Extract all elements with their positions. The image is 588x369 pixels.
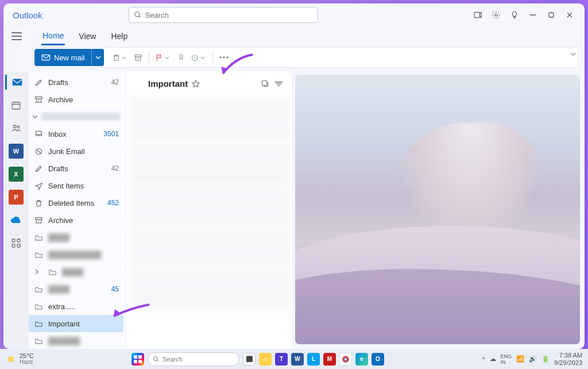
folder-custom-5[interactable]: ██████ (29, 332, 123, 349)
tips-button[interactable] (505, 7, 524, 23)
favorite-star-icon[interactable] (191, 79, 200, 89)
folder-junk[interactable]: Junk Email (29, 143, 123, 160)
ribbon-expand[interactable] (570, 52, 576, 56)
fav-archive[interactable]: Archive (29, 91, 123, 108)
archive-icon (34, 95, 44, 104)
gear-icon (492, 10, 501, 20)
folder-icon (34, 234, 44, 241)
account-toggle[interactable] (29, 108, 123, 125)
folder-custom-4[interactable]: ████45 (29, 280, 123, 298)
cloud-icon[interactable]: ☁ (490, 355, 496, 363)
folder-drafts[interactable]: Drafts42 (29, 160, 123, 177)
explorer[interactable]: 📁 (259, 353, 272, 366)
settings-button[interactable] (487, 7, 505, 23)
folder-deleted[interactable]: Deleted Items452 (29, 194, 123, 212)
svg-rect-24 (12, 239, 15, 242)
outlook-task[interactable]: O (372, 353, 384, 366)
flag-icon (155, 53, 164, 62)
clock-icon (191, 53, 199, 62)
app-title: Outlook (13, 10, 42, 20)
pin-button[interactable] (173, 50, 188, 65)
new-mail-dropdown[interactable] (91, 49, 104, 66)
message-item[interactable] (129, 226, 290, 268)
svg-point-3 (495, 14, 497, 16)
filter-button[interactable] (272, 77, 285, 91)
edge[interactable]: e (355, 353, 368, 366)
mcafee[interactable]: M (323, 353, 336, 366)
folder-icon (34, 337, 44, 345)
menu-help[interactable]: Help (110, 28, 129, 44)
folder-inbox[interactable]: Inbox3501 (29, 125, 123, 143)
rail-powerpoint[interactable]: P (9, 190, 24, 205)
folder-important[interactable]: Important (29, 315, 123, 332)
svg-rect-2 (474, 12, 479, 17)
archive-button[interactable] (130, 50, 145, 65)
message-item[interactable] (129, 99, 290, 140)
svg-rect-25 (17, 239, 20, 242)
teams[interactable]: T (275, 353, 288, 366)
delete-button[interactable] (110, 50, 130, 65)
folder-archive[interactable]: Archive (29, 212, 123, 229)
rail-more-apps[interactable] (9, 236, 24, 251)
svg-rect-11 (42, 55, 49, 60)
rail-mail[interactable] (5, 75, 27, 90)
menu-home[interactable]: Home (41, 28, 65, 45)
wifi-icon[interactable]: 📶 (516, 355, 524, 363)
svg-rect-28 (36, 97, 42, 98)
system-tray[interactable]: ^ ☁ ENGIN 📶 🔊 🔋 7:38 AM 9/29/2023 (482, 352, 582, 366)
folder-sent[interactable]: Sent Items (29, 177, 123, 194)
menu-view[interactable]: View (78, 28, 97, 44)
ellipsis-icon (219, 56, 229, 59)
svg-rect-36 (134, 355, 137, 359)
new-mail-button[interactable]: New mail (34, 49, 91, 66)
app-l[interactable]: L (307, 353, 320, 366)
folder-custom-3[interactable]: ████ (29, 263, 123, 280)
start-button[interactable] (131, 353, 144, 366)
svg-rect-17 (12, 79, 22, 86)
message-item[interactable] (129, 141, 290, 183)
search-input[interactable]: Search (129, 7, 318, 23)
svg-point-22 (14, 125, 17, 128)
message-list: Important (126, 71, 293, 349)
close-button[interactable] (560, 7, 579, 23)
language-indicator[interactable]: ENGIN (501, 353, 512, 365)
folder-custom-2[interactable]: ██████████ (29, 246, 123, 263)
folder-custom-1[interactable]: ████ (29, 229, 123, 246)
message-items[interactable] (126, 97, 292, 349)
outlook-window: Outlook Search Home View Help New mail (3, 3, 585, 349)
drafts-icon (34, 78, 44, 87)
minimize-button[interactable] (524, 7, 542, 23)
svg-rect-18 (12, 102, 20, 109)
more-button[interactable] (216, 50, 231, 65)
svg-rect-31 (36, 217, 42, 219)
message-item[interactable] (129, 184, 290, 225)
svg-point-16 (227, 57, 229, 59)
select-mode-button[interactable] (258, 77, 272, 91)
task-view[interactable]: ⬛ (243, 353, 256, 366)
fav-drafts[interactable]: Drafts42 (29, 74, 123, 91)
flag-button[interactable] (153, 50, 173, 65)
my-day-button[interactable] (469, 7, 487, 23)
snooze-button[interactable] (188, 50, 209, 65)
word[interactable]: W (291, 353, 304, 366)
svg-line-41 (157, 360, 158, 362)
ribbon-toolbar: New mail (32, 47, 579, 68)
taskbar-search[interactable]: Search (148, 352, 239, 366)
chrome[interactable] (339, 353, 352, 366)
battery-icon[interactable]: 🔋 (541, 355, 550, 363)
rail-people[interactable] (9, 121, 24, 136)
svg-point-15 (223, 57, 225, 59)
archive-icon (134, 53, 142, 62)
message-item[interactable] (129, 269, 290, 310)
rail-calendar[interactable] (9, 98, 24, 113)
folder-extra[interactable]: extra..... (29, 298, 123, 315)
volume-icon[interactable]: 🔊 (529, 355, 537, 363)
rail-excel[interactable]: X (9, 167, 24, 182)
tray-chevron-icon[interactable]: ^ (482, 356, 485, 363)
rail-word[interactable]: W (9, 144, 24, 159)
taskbar-weather[interactable]: 25°C Haze (6, 353, 34, 365)
rail-onedrive[interactable] (9, 213, 24, 228)
hamburger-button[interactable] (11, 32, 24, 40)
maximize-button[interactable] (542, 7, 560, 23)
folder-icon (34, 303, 44, 310)
